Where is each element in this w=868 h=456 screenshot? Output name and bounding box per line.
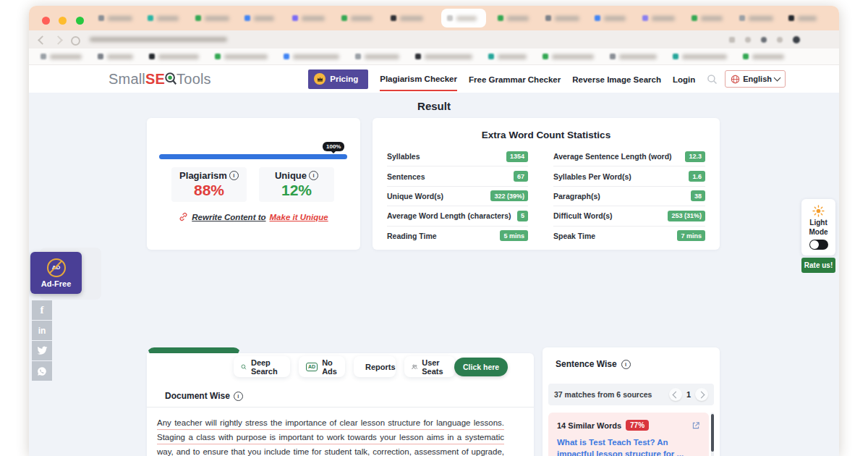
share-twitter-button[interactable] (32, 341, 52, 360)
share-facebook-button[interactable]: f (32, 300, 52, 320)
zoom-window-icon[interactable] (76, 17, 84, 25)
page-title: Result (29, 100, 839, 112)
feature-label: Reports (365, 363, 396, 371)
bookmark-item[interactable] (215, 54, 268, 59)
sun-icon (812, 205, 825, 217)
profile-avatar[interactable] (793, 36, 800, 43)
info-icon[interactable]: i (234, 392, 243, 401)
bookmark-item[interactable] (284, 54, 339, 59)
share-linkedin-button[interactable]: in (32, 321, 52, 340)
browser-tab[interactable] (498, 13, 529, 23)
word-count-stats-card: Extra Word Count Statistics Syllables135… (373, 118, 720, 250)
forward-icon[interactable] (54, 35, 63, 45)
info-icon[interactable]: i (309, 171, 318, 180)
sentence-wise-panel: Sentence Wise i 37 matches from 6 source… (542, 347, 720, 456)
stat-value-badge: 1354 (506, 151, 528, 162)
matches-summary-bar: 37 matches from 6 sources 1 (548, 384, 714, 405)
linkedin-icon: in (38, 326, 46, 336)
toolbar-extension-icon[interactable] (761, 37, 767, 43)
plagiarism-label: Plagiarism (179, 170, 227, 181)
browser-tab[interactable] (692, 13, 723, 23)
site-logo[interactable]: SmallSE Tools (109, 71, 211, 88)
rate-us-button[interactable]: Rate us! (801, 258, 835, 273)
bookmark-item[interactable] (355, 54, 399, 59)
browser-tab[interactable] (341, 13, 373, 23)
stat-value-badge: 253 (31%) (668, 211, 705, 221)
stats-title: Extra Word Count Statistics (373, 130, 720, 140)
bookmark-item[interactable] (149, 54, 199, 59)
browser-tab[interactable] (595, 13, 626, 23)
nav-free-grammar-checker[interactable]: Free Grammar Checker (469, 67, 561, 90)
stat-row: Reading Time5 mins (387, 227, 528, 245)
similarity-percent-badge: 77% (626, 420, 649, 431)
traffic-lights[interactable] (42, 14, 90, 28)
browser-tab[interactable] (292, 13, 325, 23)
bookmark-item[interactable] (743, 54, 784, 59)
light-mode-toggle[interactable] (809, 240, 828, 250)
browser-tab[interactable] (195, 13, 229, 23)
info-icon[interactable]: i (229, 171, 239, 180)
plagiarized-sentence[interactable]: Staging a class with purpose is importan… (157, 433, 504, 456)
toolbar-extension-icon[interactable] (729, 37, 735, 43)
bookmark-item[interactable] (542, 54, 594, 59)
nav-login[interactable]: Login (673, 67, 695, 90)
logo-magnifier-icon (164, 72, 177, 86)
browser-tab-active[interactable] (441, 9, 486, 28)
stat-label: Syllables (387, 152, 420, 161)
bookmark-item[interactable] (673, 54, 727, 59)
adfree-badge[interactable]: AD Ad-Free (30, 252, 82, 294)
pagination-prev-button[interactable] (669, 388, 682, 401)
feature-deep-search[interactable]: Deep Search (234, 356, 290, 377)
panel-scrollbar-thumb[interactable] (711, 414, 714, 452)
feature-reports[interactable]: Reports (354, 356, 396, 377)
external-link-icon[interactable] (692, 421, 700, 430)
browser-tab[interactable] (148, 13, 179, 23)
language-selector[interactable]: English (725, 70, 786, 88)
browser-tab[interactable] (98, 13, 132, 23)
browser-tab[interactable] (739, 13, 773, 23)
share-whatsapp-button[interactable] (32, 361, 52, 381)
light-mode-widget: Light Mode (801, 199, 835, 256)
browser-window: SmallSE Tools Pricing Plagiarism Checker… (29, 6, 839, 456)
similar-words-label: 14 Similar Words (557, 421, 621, 430)
minimize-window-icon[interactable] (59, 17, 67, 25)
bookmark-item[interactable] (488, 54, 527, 59)
back-icon[interactable] (38, 35, 47, 45)
screenshot-root: SmallSE Tools Pricing Plagiarism Checker… (0, 0, 868, 456)
bookmark-item[interactable] (415, 54, 472, 59)
plagiarized-sentence[interactable]: Any teacher will rightly stress the impo… (157, 418, 504, 427)
stat-label: Syllables Per Word(s) (553, 172, 631, 181)
stat-value-badge: 12.3 (685, 151, 705, 162)
feature-user-seats[interactable]: User Seats (404, 356, 455, 377)
stat-row: Speak Time7 mins (553, 227, 705, 245)
bookmark-item[interactable] (41, 54, 82, 59)
nav-reverse-image-search[interactable]: Reverse Image Search (572, 67, 661, 90)
toolbar-extension-icon[interactable] (777, 37, 783, 43)
bookmark-item[interactable] (610, 54, 657, 59)
browser-tab[interactable] (391, 13, 423, 23)
bookmark-item[interactable] (98, 54, 133, 59)
search-icon[interactable] (707, 74, 718, 85)
browser-tab[interactable] (545, 13, 579, 23)
toolbar-extension-icon[interactable] (745, 37, 751, 43)
info-icon[interactable]: i (621, 360, 631, 369)
unique-value: 12% (281, 182, 312, 199)
browser-tab[interactable] (788, 13, 817, 23)
stat-row: Average Word Length (characters)5 (387, 206, 528, 226)
pricing-button[interactable]: Pricing (308, 69, 368, 89)
feature-no-ads[interactable]: AD No Ads (299, 356, 345, 377)
rewrite-content-link[interactable]: Rewrite Content to Make it Unique (147, 212, 360, 221)
address-bar[interactable] (90, 37, 227, 42)
browser-tab[interactable] (642, 13, 675, 23)
twitter-icon (37, 346, 48, 355)
pagination-next-button[interactable] (695, 388, 708, 401)
plagiarism-score-card: 100% Plagiarismi 88% Uniquei 12% Rewrite… (147, 118, 360, 250)
browser-toolbar (29, 30, 839, 48)
refresh-icon[interactable] (71, 36, 80, 46)
nav-plagiarism-checker[interactable]: Plagiarism Checker (380, 67, 457, 91)
click-here-button[interactable]: Click here (454, 358, 508, 376)
stat-value-badge: 322 (39%) (490, 190, 528, 201)
source-link-title[interactable]: What is Test Teach Test? An impactful le… (557, 436, 700, 456)
close-window-icon[interactable] (42, 17, 50, 25)
browser-tab[interactable] (244, 13, 274, 23)
